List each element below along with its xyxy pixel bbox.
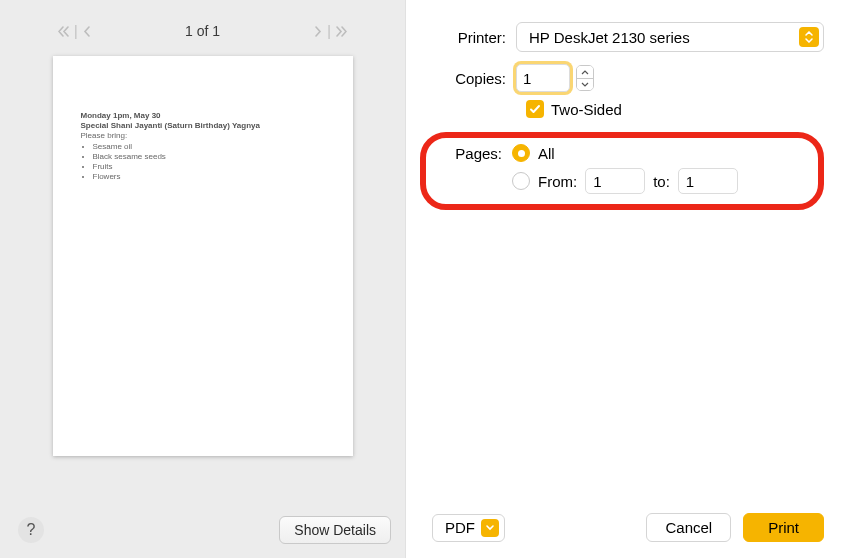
show-details-button[interactable]: Show Details xyxy=(279,516,391,544)
left-footer: ? Show Details xyxy=(18,516,391,544)
pages-range-radio[interactable] xyxy=(512,172,530,190)
printer-label: Printer: xyxy=(432,29,516,46)
cancel-button[interactable]: Cancel xyxy=(646,513,731,542)
two-sided-label: Two-Sided xyxy=(551,101,622,118)
page-count: 1 of 1 xyxy=(185,23,220,39)
preview-panel: | 1 of 1 | Monday 1pm, May 30 Special Sh… xyxy=(0,0,405,558)
copies-row: Copies: xyxy=(432,64,824,92)
pages-from-label: From: xyxy=(538,173,577,190)
preview-line: Monday 1pm, May 30 xyxy=(81,111,325,121)
updown-icon xyxy=(799,27,819,47)
pages-range-row: From: to: xyxy=(438,168,808,194)
print-dialog: | 1 of 1 | Monday 1pm, May 30 Special Sh… xyxy=(0,0,850,558)
printer-row: Printer: HP DeskJet 2130 series xyxy=(432,22,824,52)
preview-line: Special Shani Jayanti (Saturn Birthday) … xyxy=(81,121,325,131)
printer-value: HP DeskJet 2130 series xyxy=(529,29,690,46)
pages-label: Pages: xyxy=(438,145,512,162)
first-prev-button[interactable]: | xyxy=(50,20,99,42)
page-preview: Monday 1pm, May 30 Special Shani Jayanti… xyxy=(53,56,353,456)
stepper-up[interactable] xyxy=(577,66,593,78)
list-item: Flowers xyxy=(93,172,325,182)
pages-all-row: Pages: All xyxy=(438,144,808,162)
pages-highlight: Pages: All From: to: xyxy=(420,132,824,210)
copies-input[interactable] xyxy=(516,64,570,92)
preview-list: Sesame oil Black sesame seeds Fruits Flo… xyxy=(81,142,325,182)
pages-to-input[interactable] xyxy=(678,168,738,194)
pages-all-label: All xyxy=(538,145,555,162)
stepper-down[interactable] xyxy=(577,78,593,90)
action-buttons: Cancel Print xyxy=(646,513,824,542)
chevron-down-icon xyxy=(481,519,499,537)
preview-line: Please bring: xyxy=(81,131,325,141)
two-sided-row: Two-Sided xyxy=(526,100,824,118)
page-nav: | 1 of 1 | xyxy=(0,10,405,56)
settings-panel: Printer: HP DeskJet 2130 series Copies: … xyxy=(405,0,850,558)
chevron-right-icon xyxy=(314,26,322,37)
help-button[interactable]: ? xyxy=(18,517,44,543)
chevron-double-left-icon xyxy=(58,26,69,37)
next-last-button[interactable]: | xyxy=(306,20,355,42)
pdf-button[interactable]: PDF xyxy=(432,514,505,542)
pages-all-radio[interactable] xyxy=(512,144,530,162)
pages-to-label: to: xyxy=(653,173,670,190)
list-item: Fruits xyxy=(93,162,325,172)
printer-select[interactable]: HP DeskJet 2130 series xyxy=(516,22,824,52)
copies-stepper[interactable] xyxy=(576,65,594,91)
pages-from-input[interactable] xyxy=(585,168,645,194)
pdf-label: PDF xyxy=(445,519,475,536)
check-icon xyxy=(529,103,541,115)
list-item: Black sesame seeds xyxy=(93,152,325,162)
chevron-double-right-icon xyxy=(336,26,347,37)
two-sided-checkbox[interactable] xyxy=(526,100,544,118)
right-footer: PDF Cancel Print xyxy=(432,513,824,542)
chevron-left-icon xyxy=(83,26,91,37)
copies-label: Copies: xyxy=(432,70,516,87)
list-item: Sesame oil xyxy=(93,142,325,152)
print-button[interactable]: Print xyxy=(743,513,824,542)
